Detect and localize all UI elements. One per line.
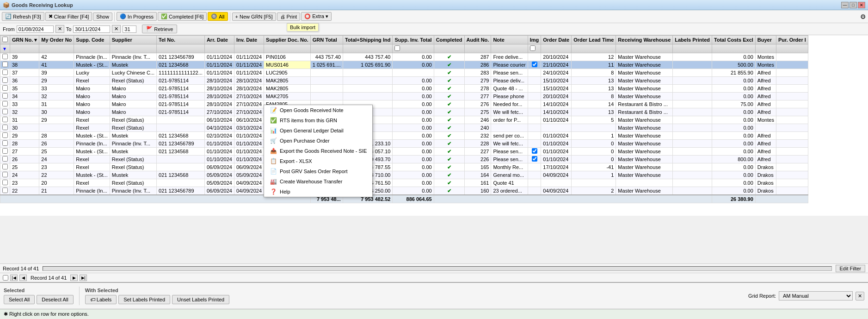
- deselect-all-button[interactable]: Deselect All: [37, 295, 73, 304]
- filter-suppinv-cb[interactable]: [394, 45, 400, 51]
- filter-row-select[interactable]: ▼: [0, 44, 10, 53]
- day-input[interactable]: [123, 25, 136, 33]
- header-suppcode[interactable]: Supp. Code: [74, 36, 110, 44]
- table-row[interactable]: 3841Mustek - (St...Mustek021 123456801/1…: [0, 61, 808, 69]
- clear-filter-button[interactable]: ✖ Clear Filter [F4]: [45, 12, 92, 21]
- context-menu-item[interactable]: 📤Export the Goods Received Note - SIE: [264, 146, 372, 156]
- header-img[interactable]: Img: [528, 36, 541, 44]
- filter-labelsprinted[interactable]: [673, 44, 712, 53]
- header-purorder[interactable]: Pur. Order I: [776, 36, 808, 44]
- header-suppinv[interactable]: Supp. Inv. Total: [393, 36, 434, 44]
- filter-completed[interactable]: [434, 44, 464, 53]
- next-record-button[interactable]: ▶: [70, 275, 78, 281]
- header-totalship[interactable]: Total+Shipping Ind: [343, 36, 392, 44]
- header-warehouse[interactable]: Receiving Warehouse: [616, 36, 673, 44]
- filter-img[interactable]: [528, 44, 541, 53]
- header-audit[interactable]: Audit No.: [464, 36, 491, 44]
- prev-record-button[interactable]: ◀: [19, 275, 27, 281]
- maximize-button[interactable]: □: [850, 2, 857, 8]
- from-date-clear[interactable]: ✕: [55, 25, 64, 33]
- header-arrdate[interactable]: Arr. Date: [204, 36, 234, 44]
- header-grn[interactable]: GRN No. ▾: [10, 36, 39, 44]
- grid-report-close[interactable]: ✕: [856, 292, 864, 300]
- header-leadtime[interactable]: Order Lead Time: [572, 36, 616, 44]
- context-menu-item[interactable]: 📝Open Goods Received Note: [264, 105, 372, 115]
- header-completed[interactable]: Completed: [434, 36, 464, 44]
- filter-tel[interactable]: [157, 44, 205, 53]
- filter-warehouse[interactable]: [616, 44, 673, 53]
- labels-button[interactable]: 🏷 Labels: [85, 295, 117, 304]
- new-grn-button[interactable]: + New GRN [F5]: [232, 13, 276, 21]
- context-menu-item[interactable]: 📋Export - XLSX: [264, 156, 372, 166]
- filter-totalship[interactable]: [343, 44, 392, 53]
- table-container[interactable]: GRN No. ▾ My Order No Supp. Code Supplie…: [0, 35, 868, 216]
- from-date-input[interactable]: [17, 25, 54, 33]
- table-row[interactable]: 3739LuckyLucky Chinese C...1111111111112…: [0, 69, 808, 77]
- refresh-button[interactable]: 🔄 Refresh [F3]: [2, 12, 44, 21]
- header-myorder[interactable]: My Order No: [39, 36, 74, 44]
- table-row[interactable]: 3942Pinnacle (In...Pinnacle (Inv. T...02…: [0, 53, 808, 61]
- context-menu-item[interactable]: 🏭Create Warehouse Transfer: [264, 176, 372, 187]
- context-menu-item[interactable]: 📊Open General Ledger Detail: [264, 125, 372, 136]
- table-row[interactable]: 2725Mustek - (St...Mustek021 123456801/1…: [0, 148, 808, 156]
- all-button[interactable]: 🔘 All: [208, 12, 228, 21]
- header-invdate[interactable]: Inv. Date: [234, 36, 264, 44]
- context-menu-item[interactable]: ✅RTS items from this GRN: [264, 115, 372, 125]
- context-menu-item[interactable]: 📄Post GRV Sales Order Report: [264, 166, 372, 176]
- header-totalcosts[interactable]: Total Costs Excl: [712, 36, 756, 44]
- table-row[interactable]: 30RexelRexel (Status)04/10/202403/10/202…: [0, 124, 808, 132]
- to-date-input[interactable]: [73, 25, 110, 33]
- table-row[interactable]: 3331MakroMakro021-978511428/10/202427/10…: [0, 100, 808, 108]
- header-suppdoc[interactable]: Supplier Doc. No.: [264, 36, 311, 44]
- filter-arrdate[interactable]: [204, 44, 234, 53]
- last-record-button[interactable]: ▶|: [80, 275, 87, 281]
- table-row[interactable]: 2422Mustek - (St...Mustek021 123456805/0…: [0, 171, 808, 179]
- filter-supplier[interactable]: [110, 44, 156, 53]
- table-row[interactable]: 2221Pinnacle (In...Pinnacle (Inv. T...02…: [0, 187, 808, 195]
- select-all-header-cb[interactable]: [2, 37, 8, 42]
- nav-checkbox[interactable]: [3, 275, 8, 281]
- header-grntotal[interactable]: GRN Total: [310, 36, 343, 44]
- header-supplier[interactable]: Supplier: [110, 36, 156, 44]
- table-row[interactable]: 3629RexelRexel (Status)021-978511428/10/…: [0, 77, 808, 85]
- table-row[interactable]: 2928Mustek - (St...Mustek021 123456802/1…: [0, 132, 808, 140]
- filter-purorder[interactable]: [776, 44, 808, 53]
- filter-note[interactable]: [491, 44, 528, 53]
- context-menu-item[interactable]: 🛒Open Purchase Order: [264, 136, 372, 146]
- select-all-button[interactable]: Select All: [4, 295, 35, 304]
- filter-invdate[interactable]: [234, 44, 264, 53]
- context-menu-item[interactable]: ❓Help: [264, 187, 372, 197]
- in-progress-button[interactable]: 🔵 In Progress: [117, 12, 157, 21]
- minimize-button[interactable]: —: [841, 2, 849, 8]
- filter-buyer[interactable]: [755, 44, 776, 53]
- table-row[interactable]: 3129RexelRexel (Status)06/10/202406/10/2…: [0, 116, 808, 124]
- filter-suppdoc[interactable]: [264, 44, 311, 53]
- header-select[interactable]: [0, 36, 10, 44]
- settings-icon[interactable]: ⚙: [860, 13, 866, 20]
- header-tel[interactable]: Tel No.: [157, 36, 205, 44]
- filter-audit[interactable]: [464, 44, 491, 53]
- table-row[interactable]: 3432MakroMakro021-978511428/10/202427/10…: [0, 93, 808, 100]
- filter-img-cb[interactable]: [530, 45, 536, 51]
- grid-report-select[interactable]: AM Manual: [779, 291, 853, 300]
- header-buyer[interactable]: Buyer: [755, 36, 776, 44]
- to-date-clear[interactable]: ✕: [112, 25, 121, 33]
- filter-myorder[interactable]: [39, 44, 74, 53]
- filter-suppinv[interactable]: [393, 44, 434, 53]
- table-row[interactable]: 3230MakroMakro021-978511427/10/202427/10…: [0, 108, 808, 116]
- filter-totalcosts[interactable]: [712, 44, 756, 53]
- filter-suppcode[interactable]: [74, 44, 110, 53]
- table-row[interactable]: 3533MakroMakro021-978511428/10/202428/10…: [0, 85, 808, 93]
- filter-leadtime[interactable]: [572, 44, 616, 53]
- filter-grntotal[interactable]: [310, 44, 343, 53]
- show-button[interactable]: Show: [93, 13, 112, 21]
- horizontal-scrollbar[interactable]: [43, 266, 831, 271]
- header-orderdate[interactable]: Order Date: [541, 36, 572, 44]
- edit-filter-button[interactable]: Edit Filter: [836, 265, 865, 272]
- header-note[interactable]: Note: [491, 36, 528, 44]
- table-row[interactable]: 2320RexelRexel (Status)05/09/202404/09/2…: [0, 179, 808, 187]
- set-labels-printed-button[interactable]: Set Labels Printed: [118, 295, 170, 304]
- unset-labels-printed-button[interactable]: Unset Labels Printed: [172, 295, 229, 304]
- first-record-button[interactable]: |◀: [10, 275, 18, 281]
- table-row[interactable]: 2826Pinnacle (In...Pinnacle (Inv. T...02…: [0, 140, 808, 148]
